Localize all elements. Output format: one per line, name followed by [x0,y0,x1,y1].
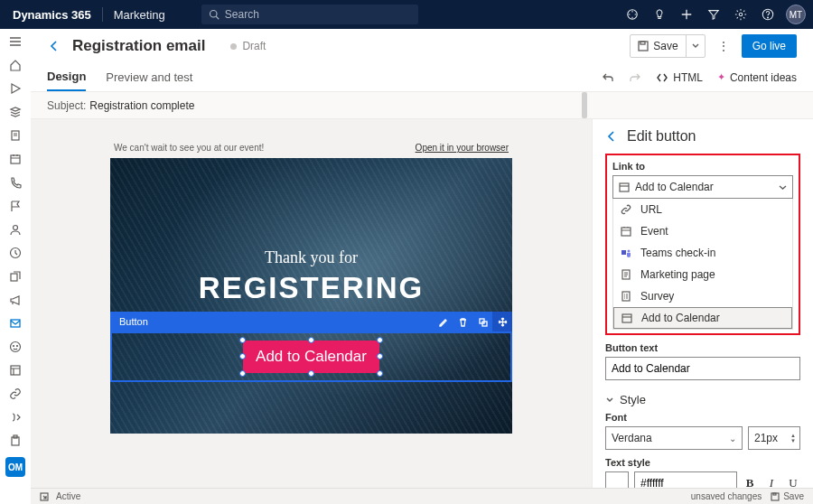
clock-icon[interactable] [8,246,23,260]
chevron-down-icon: ⌄ [729,434,736,443]
style-label: Style [620,393,646,406]
target-icon[interactable] [623,5,641,23]
clipboard-icon[interactable] [8,434,23,448]
pages-icon[interactable] [8,269,23,284]
phone-icon[interactable] [8,175,23,190]
hex-input[interactable] [634,471,737,488]
home-icon[interactable] [8,58,23,72]
emoji-icon[interactable] [8,340,23,354]
gear-icon[interactable] [732,5,750,23]
template-icon[interactable] [8,363,23,378]
save-status-icon[interactable]: Save [771,491,804,501]
hero-image[interactable]: Thank you for REGISTERING Button [110,158,512,434]
mail-icon[interactable] [8,316,23,331]
subject-value: Registration complete [89,99,194,112]
tab-design[interactable]: Design [47,63,86,91]
survey-icon [621,291,633,302]
filter-icon[interactable] [705,5,723,23]
cta-button[interactable]: Add to Calendar [243,341,379,373]
flag-icon[interactable] [8,199,23,213]
calendar-icon[interactable] [8,152,23,166]
global-search[interactable]: Search [201,5,418,24]
svg-rect-24 [621,228,631,236]
brand-module: Marketing [114,8,165,22]
subject-row[interactable]: Subject: Registration complete [31,92,813,119]
search-placeholder: Search [225,8,259,21]
plus-icon[interactable] [678,5,696,23]
more-menu[interactable]: ⋮ [715,39,733,53]
back-button[interactable] [47,39,61,53]
option-atc[interactable]: Add to Calendar [613,307,792,329]
save-status-label: Save [783,491,804,501]
link-icon[interactable] [8,387,23,401]
spinner-icon[interactable]: ▲▼ [790,433,796,443]
btntext-input[interactable] [605,357,800,380]
person-icon[interactable] [8,222,23,237]
svg-line-1 [216,16,219,19]
sel-copy-icon[interactable] [472,312,492,331]
style-section-header[interactable]: Style [605,393,800,406]
lightbulb-icon[interactable] [650,5,668,23]
play-icon[interactable] [8,81,23,96]
properties-panel: Edit button Link to Add to Calendar URL … [592,119,813,488]
color-swatch[interactable] [605,471,629,488]
option-url[interactable]: URL [613,199,792,220]
stack-icon[interactable] [8,105,23,119]
option-mpage[interactable]: Marketing page [613,264,792,285]
handle-n[interactable] [308,337,314,343]
undo-button[interactable] [602,71,614,84]
handle-w[interactable] [239,353,246,359]
html-button[interactable]: HTML [656,71,703,84]
handle-e[interactable] [377,353,383,359]
expand-icon[interactable] [40,492,49,501]
ideas-label: Content ideas [730,71,797,84]
page-icon[interactable] [8,128,23,143]
svg-rect-20 [640,42,645,44]
voice-icon[interactable] [8,410,23,425]
app-badge[interactable]: OM [5,457,25,477]
svg-rect-23 [620,183,629,191]
handle-se[interactable] [377,370,383,377]
svg-point-13 [14,346,14,347]
font-select[interactable]: Verdana ⌄ [605,426,743,450]
user-avatar[interactable]: MT [786,5,806,24]
content-ideas-button[interactable]: ✦ Content ideas [717,71,797,84]
handle-ne[interactable] [377,337,383,343]
svg-point-12 [11,342,21,352]
svg-point-8 [14,226,18,230]
bold-button[interactable]: B [743,476,757,488]
sel-delete-icon[interactable] [453,312,472,331]
email-canvas[interactable]: We can't wait to see you at our event! O… [110,137,512,488]
handle-s[interactable] [308,370,314,377]
tab-preview[interactable]: Preview and test [106,63,192,91]
selection-body[interactable]: Add to Calendar [110,331,512,382]
go-live-button[interactable]: Go live [742,34,797,58]
sel-edit-icon[interactable] [433,312,453,331]
linkto-combo[interactable]: Add to Calendar [612,175,793,199]
record-header: Registration email Draft Save ⋮ Go live [31,29,813,63]
sel-move-icon[interactable] [492,312,512,331]
fontsize-value: 21px [754,432,778,444]
option-survey[interactable]: Survey [613,285,792,307]
option-teams[interactable]: Teams check-in [613,242,792,264]
handle-nw[interactable] [239,337,246,343]
main-area: Registration email Draft Save ⋮ Go live … [31,29,813,488]
underline-button[interactable]: U [786,476,800,488]
redo-button[interactable] [629,71,641,84]
italic-button[interactable]: I [764,476,779,488]
option-event[interactable]: Event [613,220,792,242]
open-in-browser-link[interactable]: Open it in your browser [416,143,509,153]
svg-rect-7 [11,155,20,163]
menu-icon[interactable] [8,34,23,49]
help-icon[interactable] [759,5,777,23]
subject-label: Subject: [47,99,86,112]
panel-back-button[interactable] [605,130,618,143]
fontsize-input[interactable]: 21px ▲▼ [748,426,800,450]
save-chevron[interactable] [686,35,705,57]
svg-point-0 [210,11,217,18]
handle-sw[interactable] [239,370,246,377]
megaphone-icon[interactable] [8,293,23,307]
highlight-box: Link to Add to Calendar URL Event Teams … [605,154,800,335]
svg-rect-11 [11,320,20,327]
save-button[interactable]: Save [630,34,705,58]
